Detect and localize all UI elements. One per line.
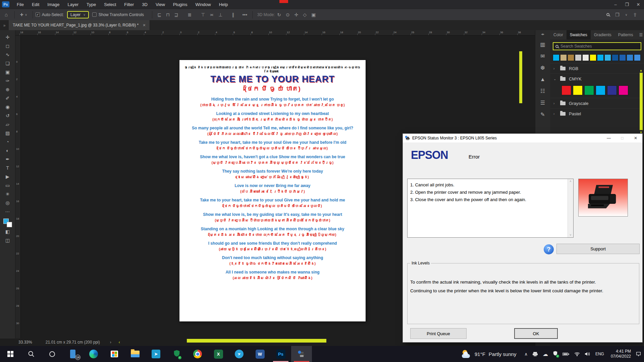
adjustments-panel-icon[interactable]: ❆	[540, 65, 545, 71]
auto-select-target-dropdown[interactable]: Layer ∨	[67, 11, 89, 18]
zoom-tool[interactable]: ◎	[3, 198, 13, 207]
dialog-minimize-button[interactable]: —	[602, 134, 615, 142]
security-button[interactable]: ✓	[166, 346, 187, 362]
excel-button[interactable]: X	[208, 346, 229, 362]
chrome-button[interactable]	[187, 346, 208, 362]
menu-plugins[interactable]: Plugins	[169, 0, 192, 9]
epson-monitor-taskbar-button[interactable]	[291, 346, 312, 362]
restore-button[interactable]: ❐	[621, 2, 633, 7]
cmyk-swatch-chip[interactable]	[561, 85, 571, 95]
edge-button[interactable]	[83, 346, 104, 362]
screen-mode-toggle[interactable]: ◫	[3, 236, 13, 245]
swatch-chip[interactable]	[590, 54, 596, 61]
clock[interactable]: 4:41 PM 07/04/2022	[611, 349, 631, 359]
path-selection-tool[interactable]: ▶	[3, 172, 13, 181]
windows-security-icon[interactable]: ✓	[553, 351, 558, 357]
cmyk-swatch-chip[interactable]	[607, 85, 617, 95]
blur-tool[interactable]: ◔	[3, 137, 13, 146]
brush-tool[interactable]: ✐	[3, 94, 13, 103]
panel-scrollbar-thumb[interactable]	[640, 73, 643, 130]
document-tab[interactable]: TAKE ME TO YOUR HEART_Page_1.jpg @ 33.3%…	[9, 20, 150, 30]
status-chevron-icon[interactable]: ›	[110, 340, 111, 345]
tab-swatches[interactable]: Swatches	[567, 30, 591, 40]
swatch-group-cmyk[interactable]: ⌄ CMYK	[550, 73, 644, 84]
shape-tool[interactable]: ▭	[3, 181, 13, 190]
microsoft-store-button[interactable]	[104, 346, 125, 362]
align-top-icon[interactable]: ⊤	[199, 12, 207, 17]
move-tool-preset[interactable]: ✛∨	[17, 12, 30, 17]
tray-printer-icon[interactable]	[532, 352, 538, 357]
swatch-chip[interactable]	[582, 54, 589, 61]
history-brush-tool[interactable]: ↺	[3, 111, 13, 120]
menu-help[interactable]: Help	[215, 0, 232, 9]
telegram-button[interactable]: ➤	[229, 346, 250, 362]
libraries-panel-icon[interactable]: ☷	[540, 88, 545, 94]
faststone-button[interactable]: ➤	[146, 346, 166, 362]
close-button[interactable]: ✕	[633, 2, 644, 7]
comments-panel-icon[interactable]: ✉	[540, 53, 545, 59]
gradient-tool[interactable]: ▨	[3, 129, 13, 137]
menu-window[interactable]: Window	[191, 0, 215, 9]
help-icon[interactable]: ?	[544, 244, 554, 254]
3d-rotate-icon[interactable]: ↻	[275, 12, 283, 17]
menu-image[interactable]: Image	[43, 0, 63, 9]
clone-stamp-tool[interactable]: ◉	[3, 103, 13, 111]
hand-tool[interactable]: ✳	[3, 190, 13, 198]
canvas-vertical-scrollbar[interactable]	[519, 51, 522, 103]
swatch-chip[interactable]	[634, 54, 641, 61]
your-phone-button[interactable]: 14	[62, 346, 83, 362]
align-right-icon[interactable]: ⊒	[172, 12, 181, 17]
object-selection-tool[interactable]: ❏	[3, 59, 13, 68]
support-button[interactable]: Support	[556, 244, 640, 254]
more-align-options-icon[interactable]: •••	[240, 12, 250, 17]
swatch-chip[interactable]	[627, 54, 633, 61]
3d-roll-icon[interactable]: ⊙	[283, 12, 292, 17]
cmyk-swatch-chip[interactable]	[584, 85, 594, 95]
3d-pan-icon[interactable]: ✛	[292, 12, 301, 17]
menu-file[interactable]: File	[13, 0, 28, 9]
scroll-up-icon[interactable]: ▲	[640, 69, 643, 72]
eyedropper-tool[interactable]: ✑	[3, 76, 13, 85]
auto-select-checkbox[interactable]: ✓	[36, 12, 40, 17]
tab-patterns[interactable]: Patterns	[615, 30, 637, 40]
cmyk-swatch-chip[interactable]	[573, 85, 583, 95]
eraser-tool[interactable]: ▱	[3, 120, 13, 129]
swatch-chip[interactable]	[604, 54, 611, 61]
panel-scrollbar[interactable]: ▲ ▼	[639, 69, 643, 134]
lasso-tool[interactable]: ∿	[3, 50, 13, 59]
menu-select[interactable]: Select	[100, 0, 120, 9]
cortana-button[interactable]	[42, 346, 62, 362]
tab-overflow-icon[interactable]: »	[0, 23, 9, 30]
tray-overflow-chevron[interactable]: ∧	[524, 352, 528, 357]
3d-scale-icon[interactable]: ▣	[309, 12, 318, 17]
canvas-horizontal-scrollbar[interactable]	[187, 339, 326, 343]
listbox-scrollbar[interactable]: ˄ ˅	[568, 179, 573, 237]
dodge-tool[interactable]: ◐	[3, 146, 13, 155]
onedrive-cloud-icon[interactable]: ☁	[543, 351, 548, 357]
share-icon[interactable]: ⇪	[631, 12, 639, 17]
tab-close-icon[interactable]: ✕	[143, 23, 146, 27]
action-center-icon[interactable]	[636, 351, 641, 357]
tab-gradients[interactable]: Gradients	[591, 30, 615, 40]
notes-panel-icon[interactable]: ✎	[540, 111, 545, 118]
pen-tool[interactable]: ✒	[3, 155, 13, 164]
type-tool[interactable]: T	[3, 164, 13, 172]
align-middle-icon[interactable]: ≍	[207, 12, 216, 17]
volume-icon[interactable]	[585, 352, 591, 356]
cmyk-swatch-chip[interactable]	[619, 85, 628, 95]
swatch-chip[interactable]	[568, 54, 574, 61]
swatch-group-grayscale[interactable]: › Grayscale	[550, 98, 644, 108]
distribute-h-icon[interactable]: ≣	[185, 12, 194, 17]
more-tools[interactable]: ⋯	[3, 207, 13, 216]
search-button[interactable]	[21, 346, 42, 362]
align-left-icon[interactable]: ⊑	[155, 12, 164, 17]
swatch-chip[interactable]	[575, 54, 582, 61]
dialog-title-bar[interactable]: i EPSON Status Monitor 3 : EPSON L805 Se…	[403, 134, 642, 142]
histogram-panel-icon[interactable]: ▥	[540, 41, 545, 48]
align-center-h-icon[interactable]: ⊓	[164, 12, 172, 17]
ok-button[interactable]: OK	[514, 328, 558, 339]
swatch-chip[interactable]	[612, 54, 619, 61]
marquee-tool[interactable]: ◻	[3, 42, 13, 50]
menu-type[interactable]: Type	[83, 0, 100, 9]
clone-source-panel-icon[interactable]: ▲	[540, 76, 545, 82]
